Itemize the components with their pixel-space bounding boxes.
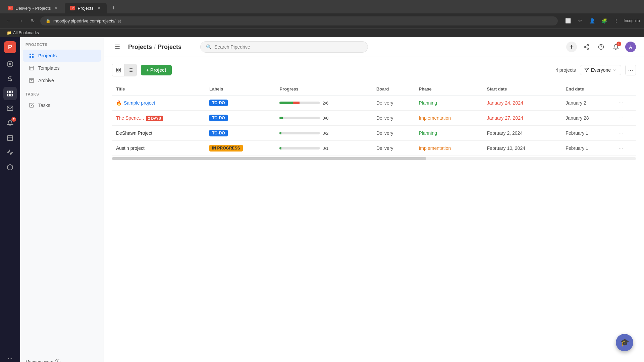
tab-1-title: Delivery - Projects — [15, 6, 51, 11]
svg-point-20 — [587, 48, 589, 50]
tasks-icon — [28, 102, 35, 109]
cell-actions: ··· — [615, 111, 636, 126]
add-project-button[interactable]: + Project — [141, 65, 172, 75]
nav-projects-button[interactable] — [3, 87, 17, 100]
all-bookmarks[interactable]: 📁 All Bookmarks — [4, 30, 42, 36]
scroll-thumb[interactable] — [112, 157, 426, 160]
tasks-section-label: TASKS — [20, 87, 104, 99]
forward-button[interactable]: → — [16, 16, 25, 25]
notification-badge: 7 — [11, 117, 16, 122]
cell-phase: Implementation — [415, 111, 483, 126]
extensions-icon[interactable]: 🧩 — [599, 16, 609, 25]
new-tab-button[interactable]: + — [109, 3, 118, 13]
nav-integrations-button[interactable] — [3, 161, 17, 174]
header-actions: + 1 A — [566, 42, 636, 52]
svg-rect-28 — [116, 70, 118, 72]
nav-calendar-button[interactable] — [3, 131, 17, 144]
search-input[interactable] — [214, 44, 362, 50]
app-logo[interactable]: P — [4, 41, 16, 53]
search-box[interactable]: 🔍 — [200, 41, 368, 53]
svg-rect-16 — [29, 78, 34, 79]
address-bar[interactable]: 🔒 moodjoy.pipedrive.com/projects/list — [40, 16, 558, 25]
progress-gray-fill — [281, 147, 320, 149]
share-icon[interactable] — [581, 42, 592, 52]
list-view-button[interactable] — [124, 64, 137, 76]
board-value: Delivery — [376, 130, 393, 136]
cast-icon[interactable]: ⬜ — [563, 16, 573, 25]
manage-users-button[interactable]: Manage users ℹ — [20, 355, 104, 362]
cell-phase: Planning — [415, 95, 483, 111]
project-icon: 🔥 — [116, 100, 122, 106]
progress-gray-fill — [300, 102, 320, 104]
cell-title: 🔥Sample project — [112, 95, 205, 111]
svg-rect-26 — [119, 68, 120, 70]
progress-bar — [279, 147, 320, 149]
row-more-button[interactable]: ··· — [619, 100, 623, 106]
horizontal-scrollbar[interactable] — [112, 157, 636, 160]
cell-labels: TO-DO — [205, 111, 275, 126]
col-start-date: Start date — [483, 83, 562, 95]
tab-2-close[interactable]: ✕ — [96, 5, 101, 11]
cell-end-date: January 2 — [561, 95, 614, 111]
nav-more-button[interactable]: ··· — [5, 352, 15, 362]
bookmark-icon[interactable]: ☆ — [575, 16, 585, 25]
svg-rect-3 — [8, 91, 10, 93]
help-fab-button[interactable]: 🎓 — [616, 334, 633, 351]
nav-reports-button[interactable] — [3, 146, 17, 159]
progress-container: 0/2 — [279, 131, 368, 136]
svg-line-22 — [585, 46, 587, 47]
projects-icon — [28, 52, 35, 59]
cell-phase: Implementation — [415, 141, 483, 156]
svg-marker-35 — [585, 68, 589, 72]
svg-point-1 — [9, 63, 11, 65]
sidebar-item-archive[interactable]: Archive — [23, 74, 101, 86]
menu-button[interactable]: ☰ — [112, 42, 123, 52]
project-count: 4 projects — [555, 67, 576, 73]
board-view-button[interactable] — [112, 64, 124, 76]
cell-start-date: January 27, 2024 — [483, 111, 562, 126]
progress-container: 0/1 — [279, 146, 368, 151]
nav-home-button[interactable] — [3, 57, 17, 71]
settings-icon[interactable]: ⋮ — [611, 16, 621, 25]
svg-rect-14 — [30, 56, 31, 58]
lock-icon: 🔒 — [46, 18, 51, 23]
svg-rect-13 — [32, 56, 34, 58]
filter-everyone-button[interactable]: Everyone — [580, 65, 621, 75]
project-title-link[interactable]: Sample project — [124, 100, 155, 106]
notifications-icon[interactable]: 1 — [610, 42, 621, 52]
nav-deals-button[interactable] — [3, 72, 17, 85]
breadcrumb-parent[interactable]: Projects — [128, 44, 152, 51]
profile-icon[interactable]: 👤 — [587, 16, 597, 25]
project-title-link[interactable]: The Spenc.... — [116, 115, 144, 121]
tab-1[interactable]: P Delivery - Projects ✕ — [3, 3, 64, 13]
more-options-button[interactable]: ··· — [625, 65, 636, 75]
progress-gray-fill — [283, 117, 320, 119]
sidebar-item-templates[interactable]: Templates — [23, 62, 101, 74]
progress-container: 2/6 — [279, 101, 368, 106]
tab-2[interactable]: P Projects ✕ — [65, 3, 107, 13]
nav-inbox-button[interactable] — [3, 102, 17, 115]
sidebar-item-tasks-label: Tasks — [38, 103, 50, 108]
nav-notifications-button[interactable]: 7 — [3, 116, 17, 130]
cell-board: Delivery — [372, 95, 415, 111]
back-button[interactable]: ← — [4, 16, 13, 25]
archive-icon — [28, 77, 35, 84]
add-button[interactable]: + — [566, 42, 577, 52]
board-value: Delivery — [376, 115, 393, 121]
browser-toolbar: ← → ↻ 🔒 moodjoy.pipedrive.com/projects/l… — [0, 13, 644, 28]
templates-icon — [28, 65, 35, 71]
end-date-value: February 1 — [566, 145, 588, 151]
table-row: The Spenc....2 DAYSTO-DO 0/0 DeliveryImp… — [112, 111, 636, 126]
row-more-button[interactable]: ··· — [619, 145, 623, 151]
sidebar-item-tasks[interactable]: Tasks — [23, 99, 101, 111]
help-icon[interactable] — [596, 42, 606, 52]
row-more-button[interactable]: ··· — [619, 130, 623, 136]
tab-1-close[interactable]: ✕ — [53, 5, 59, 11]
projects-area: + Project 4 projects Everyone ··· Title — [104, 57, 644, 362]
user-avatar[interactable]: A — [625, 42, 636, 52]
breadcrumb-current: Projects — [158, 44, 181, 51]
row-more-button[interactable]: ··· — [619, 115, 623, 121]
sidebar-item-projects[interactable]: Projects — [23, 50, 101, 62]
project-title: Austin project — [116, 145, 145, 151]
reload-button[interactable]: ↻ — [28, 16, 38, 25]
